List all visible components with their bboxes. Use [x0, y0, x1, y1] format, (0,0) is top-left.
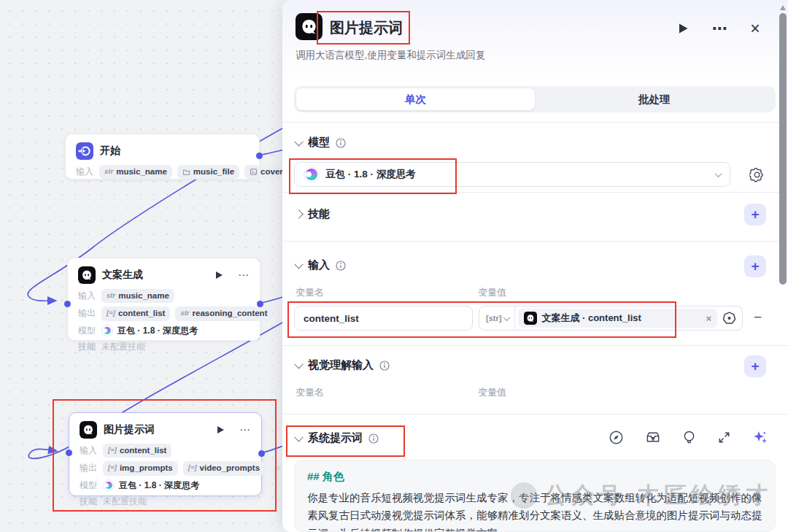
node-row-label: 技能 — [78, 341, 96, 353]
node-start-output-port[interactable] — [256, 153, 263, 159]
chevron-down-icon — [503, 314, 511, 321]
model-select-value: 豆包 · 1.8 · 深度思考 — [325, 168, 710, 181]
type-badge: [=] — [108, 463, 117, 473]
bot-icon — [78, 266, 96, 284]
type-badge: str — [107, 291, 115, 301]
tab-single[interactable]: 单次 — [296, 88, 535, 110]
expand-icon[interactable] — [717, 431, 731, 444]
divider — [282, 241, 788, 242]
variable-pill: strmusic_name — [99, 165, 172, 180]
section-title: 视觉理解输入 — [308, 358, 374, 372]
bot-icon — [524, 312, 537, 325]
add-skill-button[interactable]: + — [744, 204, 766, 225]
lightbulb-icon[interactable] — [682, 430, 696, 445]
variable-name: content_list — [118, 308, 166, 320]
doubao-logo — [304, 166, 320, 182]
node-image-prompt-output-port[interactable] — [258, 450, 265, 457]
prompt-toolbar — [609, 429, 768, 445]
bot-icon — [80, 421, 97, 439]
model-select[interactable]: 豆包 · 1.8 · 深度思考 — [294, 162, 730, 187]
image-icon — [250, 168, 258, 176]
workflow-editor: 开始 输入 strmusic_name music_file cover_img… — [0, 0, 788, 532]
variable-pill: strmusic_name — [101, 289, 174, 304]
tab-batch[interactable]: 批处理 — [535, 88, 773, 110]
mode-tabs: 单次 批处理 — [294, 86, 776, 112]
close-button[interactable]: × — [746, 20, 764, 37]
node-more-icon[interactable]: ⋯ — [238, 271, 250, 279]
section-title: 输入 — [308, 258, 330, 272]
column-header-value: 变量值 — [478, 386, 506, 399]
info-icon — [336, 261, 346, 271]
section-model-header[interactable]: 模型 — [296, 136, 346, 150]
gear-icon[interactable] — [749, 167, 765, 182]
locate-node-icon[interactable] — [722, 311, 737, 326]
section-title: 技能 — [308, 207, 330, 221]
type-selector[interactable]: [str] — [479, 314, 514, 323]
node-row-label: 输出 — [80, 462, 98, 474]
chevron-down-icon — [294, 433, 304, 442]
model-name: 豆包 · 1.8 · 深度思考 — [119, 479, 199, 492]
remove-input-button[interactable]: − — [754, 310, 762, 325]
variable-name: img_prompts — [120, 463, 173, 474]
clear-reference-icon[interactable]: × — [706, 313, 711, 324]
node-start[interactable]: 开始 输入 strmusic_name music_file cover_img — [65, 134, 260, 180]
section-system-prompt-header[interactable]: 系统提示词 — [296, 431, 379, 445]
ai-optimize-sparkle-icon[interactable] — [752, 429, 768, 445]
run-button[interactable] — [674, 20, 692, 37]
add-input-button[interactable]: + — [744, 255, 766, 277]
node-image-prompt-input-port[interactable] — [66, 450, 72, 456]
doubao-logo — [101, 325, 113, 336]
divider — [282, 192, 788, 193]
node-copywriting-input-port[interactable] — [64, 301, 71, 307]
model-name: 豆包 · 1.8 · 深度思考 — [117, 325, 198, 337]
node-model: 豆包 · 1.8 · 深度思考 — [101, 325, 198, 337]
play-icon — [678, 23, 689, 34]
node-run-icon[interactable] — [217, 426, 224, 433]
type-badge: [=] — [107, 309, 115, 318]
node-more-icon[interactable]: ⋯ — [239, 426, 251, 433]
library-import-icon[interactable] — [645, 430, 661, 445]
type-badge: [=] — [108, 446, 117, 455]
type-badge: str — [275, 463, 280, 473]
info-icon — [336, 138, 346, 148]
input-variable-value-control[interactable]: [str] 文案生成 · content_list × — [479, 306, 743, 331]
section-title: 模型 — [308, 136, 330, 150]
node-title: 文案生成 — [102, 269, 209, 282]
variable-name: content_list — [120, 445, 167, 457]
panel-scrollbar[interactable] — [779, 13, 787, 285]
doubao-logo — [103, 479, 115, 491]
add-vision-input-button[interactable]: + — [744, 355, 766, 377]
more-button[interactable]: ⋯ — [711, 20, 728, 37]
column-header-value: 变量值 — [478, 286, 506, 299]
variable-pill: music_file — [177, 165, 239, 180]
variable-reference-chip[interactable]: 文案生成 · content_list × — [518, 309, 717, 328]
type-badge: str — [104, 167, 113, 177]
variable-name: reasoning_content — [193, 308, 268, 320]
node-row-label: 技能 — [80, 496, 98, 508]
node-run-icon[interactable] — [216, 271, 223, 279]
divider — [282, 414, 788, 415]
node-row-label: 输入 — [76, 166, 94, 178]
scroll-up-arrow-icon[interactable] — [780, 5, 786, 10]
type-badge: str — [180, 309, 189, 318]
system-prompt-editor[interactable]: ## 角色 你是专业的音乐短视频视觉提示词生成专家，专注于将情感类文案数组转化为… — [294, 460, 776, 532]
node-copywriting-output-port[interactable] — [257, 301, 263, 307]
input-variable-name-field[interactable]: content_list — [294, 306, 473, 331]
variable-pill: [=]img_prompts — [103, 461, 178, 476]
section-title: 系统提示词 — [308, 431, 363, 445]
divider — [282, 122, 788, 123]
variable-pill: [=]content_list — [103, 444, 171, 458]
section-vision-header[interactable]: 视觉理解输入 — [296, 358, 390, 372]
compass-icon[interactable] — [609, 430, 624, 445]
node-copywriting[interactable]: 文案生成 ⋯ 输入 strmusic_name 输出 [=]content_li… — [67, 258, 260, 341]
chevron-right-icon — [294, 209, 304, 219]
chevron-down-icon — [294, 137, 304, 147]
variable-name: music_name — [116, 166, 167, 178]
variable-pill: strre — [270, 461, 280, 476]
section-input-header[interactable]: 输入 — [296, 258, 346, 272]
node-image-prompt[interactable]: 图片提示词 ⋯ 输入 [=]content_list 输出 [=]img_pro… — [69, 412, 262, 496]
node-config-panel: 图片提示词 调用大语言模型,使用变量和提示词生成回复 ⋯ × 单次 批处理 模型… — [282, 0, 788, 532]
column-header-name: 变量名 — [296, 386, 324, 399]
node-title: 图片提示词 — [104, 423, 211, 436]
section-skill-header[interactable]: 技能 — [296, 207, 330, 221]
